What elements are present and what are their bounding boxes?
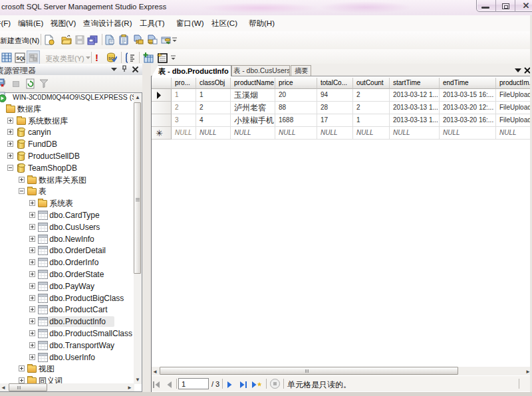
svg-text:SQL: SQL bbox=[17, 56, 26, 61]
